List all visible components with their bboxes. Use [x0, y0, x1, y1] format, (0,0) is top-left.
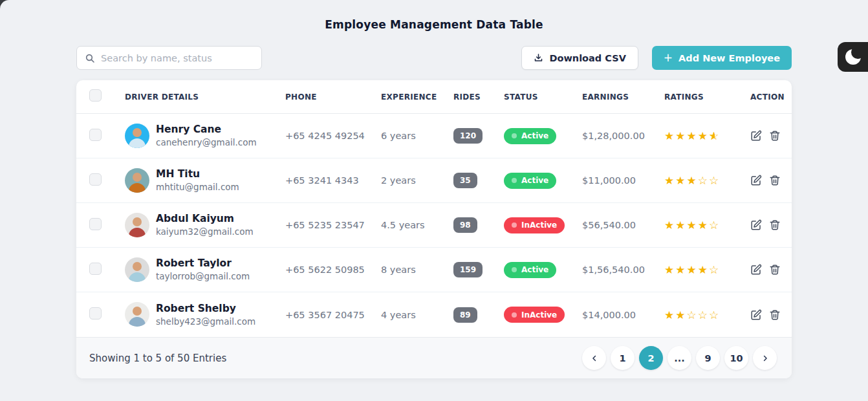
- earnings-cell: $11,000.00: [582, 175, 664, 186]
- trash-icon: [769, 219, 781, 231]
- table-body: Henry Cane canehenry@gmail.com +65 4245 …: [76, 114, 792, 337]
- rating-stars: ★★★★☆: [664, 263, 720, 276]
- row-checkbox[interactable]: [89, 307, 102, 320]
- star-outline-icon: ☆: [709, 263, 720, 276]
- edit-icon: [750, 219, 762, 231]
- moon-icon: [845, 49, 861, 65]
- driver-email: taylorrob@gmail.com: [156, 270, 250, 282]
- chevron-left-icon: [590, 354, 599, 363]
- driver-name: Abdul Kaiyum: [156, 212, 254, 226]
- star-filled-icon: ★: [687, 219, 698, 232]
- download-csv-button[interactable]: Download CSV: [521, 46, 638, 70]
- star-outline-icon: ☆: [709, 309, 720, 321]
- star-filled-icon: ★: [698, 219, 709, 232]
- edit-button[interactable]: [750, 264, 762, 276]
- edit-button[interactable]: [750, 175, 762, 186]
- status-badge: Active: [504, 128, 556, 144]
- delete-button[interactable]: [769, 309, 781, 321]
- header-rides: RIDES: [453, 92, 504, 102]
- rides-badge: 120: [453, 128, 483, 144]
- driver-email: shelby423@gmail.com: [156, 316, 255, 327]
- rides-badge: 98: [453, 217, 477, 233]
- row-checkbox[interactable]: [89, 263, 102, 275]
- driver-name: MH Titu: [156, 168, 239, 181]
- earnings-cell: $1,56,540.00: [582, 265, 664, 275]
- page-title: Employee Management Data Table: [76, 18, 792, 31]
- experience-cell: 2 years: [381, 175, 453, 186]
- driver-details-cell: MH Titu mhtitu@gmail.com: [125, 168, 285, 193]
- rides-badge: 89: [453, 307, 477, 323]
- page-button-1[interactable]: 1: [611, 346, 635, 370]
- driver-details-cell: Robert Shelby shelby423@gmail.com: [125, 302, 285, 327]
- row-checkbox[interactable]: [89, 218, 102, 230]
- star-outline-icon: ☆: [709, 219, 720, 232]
- table-footer: Showing 1 to 5 of 50 Entries 12...910: [76, 337, 792, 378]
- star-filled-icon: ★: [675, 129, 686, 142]
- dark-mode-toggle[interactable]: [838, 42, 868, 72]
- edit-icon: [750, 309, 762, 321]
- star-outline-icon: ☆: [698, 309, 709, 321]
- table-row: Robert Taylor taylorrob@gmail.com +65 56…: [76, 248, 792, 292]
- pagination: 12...910: [582, 346, 777, 370]
- star-filled-icon: ★: [687, 263, 698, 276]
- status-badge: InActive: [504, 307, 565, 323]
- next-page-button[interactable]: [753, 346, 777, 370]
- action-cell: [750, 175, 792, 186]
- avatar: [125, 257, 149, 282]
- avatar: [125, 213, 149, 237]
- action-cell: [750, 130, 792, 142]
- delete-button[interactable]: [769, 175, 781, 186]
- delete-button[interactable]: [769, 219, 781, 231]
- phone-cell: +65 3567 20475: [285, 310, 381, 320]
- status-badge: Active: [504, 173, 556, 189]
- trash-icon: [769, 175, 781, 186]
- action-cell: [750, 309, 792, 321]
- entries-summary: Showing 1 to 5 of 50 Entries: [89, 352, 226, 364]
- add-employee-button[interactable]: + Add New Employee: [652, 46, 792, 70]
- edit-icon: [750, 175, 762, 186]
- driver-name: Henry Cane: [156, 123, 257, 136]
- experience-cell: 4.5 years: [381, 220, 453, 230]
- edit-button[interactable]: [750, 130, 762, 142]
- plus-icon: +: [664, 52, 673, 63]
- header-driver-details: DRIVER DETAILS: [125, 92, 285, 102]
- employee-table-card: DRIVER DETAILS PHONE EXPERIENCE RIDES ST…: [76, 80, 792, 378]
- star-filled-icon: ★: [664, 129, 675, 142]
- header-earnings: EARNINGS: [582, 92, 664, 102]
- avatar: [125, 124, 149, 148]
- driver-name: Robert Taylor: [156, 257, 250, 270]
- search-input[interactable]: [101, 53, 254, 63]
- status-dot-icon: [512, 133, 517, 138]
- driver-email: canehenry@gmail.com: [156, 136, 257, 148]
- star-filled-icon: ★: [664, 219, 675, 232]
- driver-details-cell: Robert Taylor taylorrob@gmail.com: [125, 257, 285, 282]
- status-badge: InActive: [504, 217, 565, 233]
- select-all-checkbox[interactable]: [89, 89, 102, 102]
- header-action: ACTION: [750, 92, 792, 102]
- edit-icon: [750, 130, 762, 142]
- delete-button[interactable]: [769, 130, 781, 142]
- status-label: InActive: [521, 310, 557, 320]
- edit-button[interactable]: [750, 309, 762, 321]
- star-filled-icon: ★: [675, 263, 686, 276]
- toolbar-actions: Download CSV + Add New Employee: [521, 46, 792, 70]
- experience-cell: 4 years: [381, 310, 453, 320]
- prev-page-button[interactable]: [582, 346, 606, 370]
- page-button-2[interactable]: 2: [639, 346, 663, 370]
- star-filled-icon: ★: [687, 174, 698, 187]
- page-ellipsis-button[interactable]: ...: [667, 346, 691, 370]
- phone-cell: +65 5622 50985: [285, 265, 381, 275]
- star-filled-icon: ★: [664, 263, 675, 276]
- trash-icon: [769, 309, 781, 321]
- search-icon: [85, 53, 95, 63]
- delete-button[interactable]: [769, 264, 781, 276]
- row-checkbox[interactable]: [89, 129, 102, 141]
- page-button-9[interactable]: 9: [696, 346, 720, 370]
- page-button-10[interactable]: 10: [724, 346, 748, 370]
- row-checkbox[interactable]: [89, 173, 102, 186]
- table-row: Robert Shelby shelby423@gmail.com +65 35…: [76, 292, 792, 337]
- status-badge: Active: [504, 262, 556, 278]
- table-header-row: DRIVER DETAILS PHONE EXPERIENCE RIDES ST…: [76, 80, 792, 114]
- status-dot-icon: [512, 267, 517, 272]
- edit-button[interactable]: [750, 219, 762, 231]
